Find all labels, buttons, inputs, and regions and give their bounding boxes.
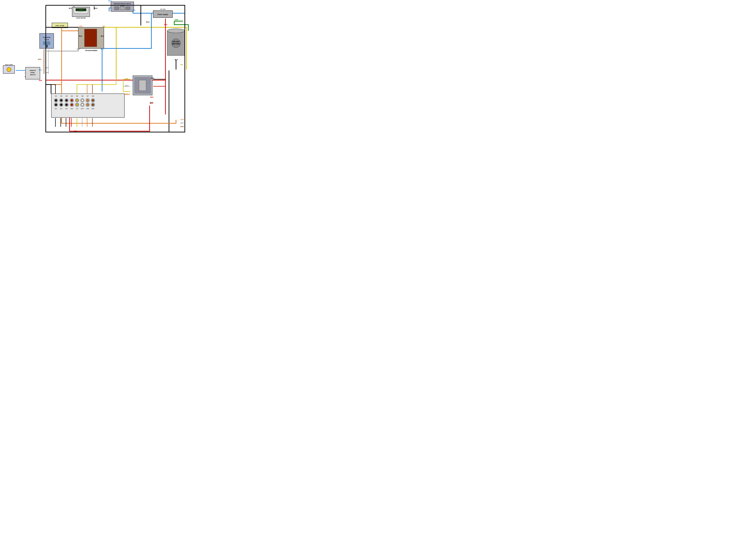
wiring-diagram: [0, 0, 189, 136]
